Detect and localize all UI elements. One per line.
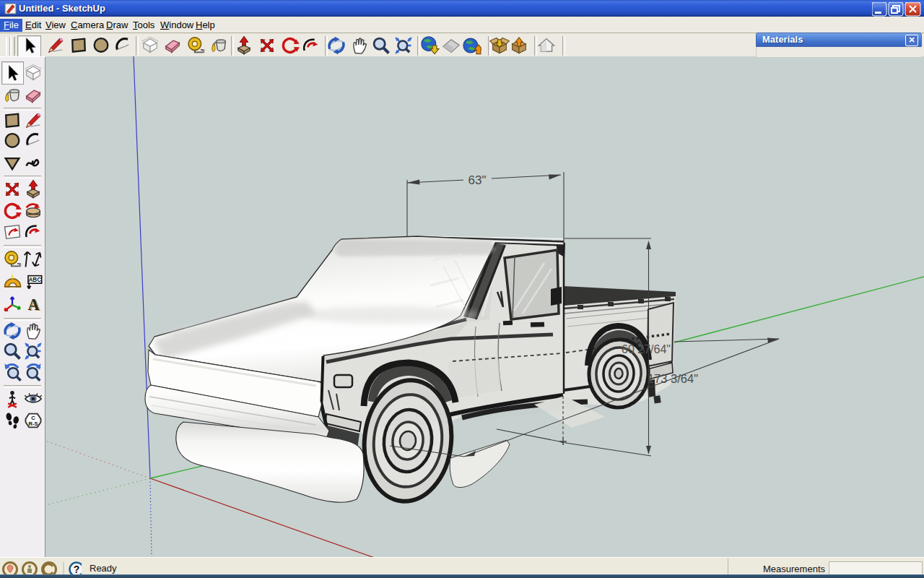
svg-text:173 3/64": 173 3/64" bbox=[648, 372, 698, 385]
svg-text:63": 63" bbox=[468, 173, 487, 187]
svg-text:60 27/64": 60 27/64" bbox=[622, 343, 671, 355]
svg-text:?: ? bbox=[74, 564, 80, 575]
